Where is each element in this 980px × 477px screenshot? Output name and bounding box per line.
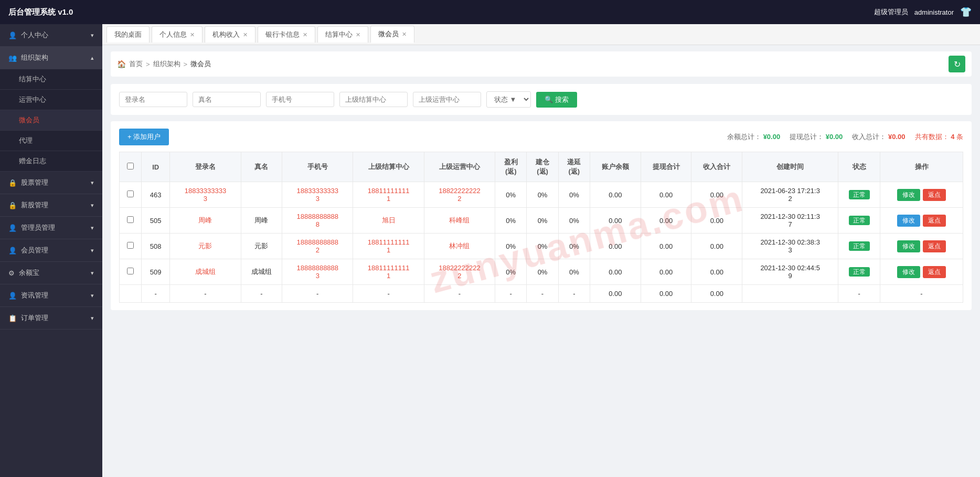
chevron-down-icon6: ▾ bbox=[91, 270, 94, 277]
td-upper-ops: 188222222222 bbox=[424, 259, 495, 285]
tab-bank-card[interactable]: 银行卡信息 ✕ bbox=[258, 26, 315, 43]
return-button[interactable]: 返点 bbox=[923, 215, 946, 227]
sidebar-item-stock-mgmt[interactable]: 🔒 股票管理 ▾ bbox=[0, 172, 102, 194]
tab-micro-member-close[interactable]: ✕ bbox=[402, 31, 407, 38]
status-select[interactable]: 状态 ▼ 正常 禁用 bbox=[486, 91, 531, 108]
sidebar-label-news-mgmt: 资讯管理 bbox=[21, 291, 48, 300]
tab-org-income-close[interactable]: ✕ bbox=[243, 31, 248, 38]
td-status: 正常 bbox=[838, 259, 880, 285]
tab-org-income-label: 机构收入 bbox=[212, 30, 240, 39]
tab-bank-card-close[interactable]: ✕ bbox=[303, 31, 307, 38]
td-upper-settlement: 188111111111 bbox=[353, 182, 424, 208]
breadcrumb-home[interactable]: 首页 bbox=[129, 59, 143, 69]
td-real-name bbox=[241, 182, 282, 208]
admin-name[interactable]: administrator bbox=[914, 8, 954, 16]
sidebar-item-order-mgmt[interactable]: 📋 订单管理 ▾ bbox=[0, 307, 102, 330]
sidebar-item-org-structure[interactable]: 👥 组织架构 ▴ bbox=[0, 47, 102, 69]
row-checkbox[interactable] bbox=[127, 268, 134, 274]
td-checkbox bbox=[120, 234, 142, 259]
phone-input[interactable] bbox=[266, 92, 334, 107]
sidebar-item-bonus-log[interactable]: 赠金日志 bbox=[0, 151, 102, 172]
td-actions: 修改 返点 bbox=[880, 182, 963, 208]
tab-personal-close[interactable]: ✕ bbox=[190, 31, 195, 38]
tab-personal[interactable]: 个人信息 ✕ bbox=[152, 26, 203, 43]
real-name-input[interactable] bbox=[193, 92, 261, 107]
return-button[interactable]: 返点 bbox=[923, 240, 946, 252]
breadcrumb-current: 微会员 bbox=[190, 59, 211, 69]
upper-settlement-input[interactable] bbox=[339, 92, 408, 107]
edit-button[interactable]: 修改 bbox=[897, 266, 920, 278]
td-phone: - bbox=[282, 285, 353, 303]
org-submenu: 结算中心 运营中心 微会员 代理 赠金日志 bbox=[0, 69, 102, 172]
td-withdraw: 0.00 bbox=[641, 285, 691, 303]
td-actions: 修改 返点 bbox=[880, 234, 963, 259]
shirt-icon[interactable]: 👕 bbox=[960, 6, 972, 18]
return-button[interactable]: 返点 bbox=[923, 266, 946, 278]
edit-button[interactable]: 修改 bbox=[897, 189, 920, 201]
add-user-button[interactable]: + 添加用户 bbox=[119, 129, 169, 145]
td-build-return: - bbox=[527, 285, 558, 303]
td-id: 508 bbox=[142, 234, 170, 259]
edit-button[interactable]: 修改 bbox=[897, 240, 920, 252]
td-login-name: 成城组 bbox=[170, 259, 241, 285]
td-real-name: - bbox=[241, 285, 282, 303]
refresh-button[interactable]: ↻ bbox=[949, 56, 965, 72]
sidebar-item-ops-center[interactable]: 运营中心 bbox=[0, 90, 102, 110]
sidebar-item-member-mgmt[interactable]: 👤 会员管理 ▾ bbox=[0, 239, 102, 262]
tab-bar: 我的桌面 个人信息 ✕ 机构收入 ✕ 银行卡信息 ✕ 结算中心 ✕ 微会员 ✕ bbox=[102, 24, 980, 45]
breadcrumb-org[interactable]: 组织架构 bbox=[153, 59, 180, 69]
tab-settlement[interactable]: 结算中心 ✕ bbox=[317, 26, 368, 43]
order-icon: 📋 bbox=[8, 314, 17, 322]
status-badge: 正常 bbox=[849, 216, 870, 225]
td-upper-ops: 林冲组 bbox=[424, 234, 495, 259]
search-button[interactable]: 🔍 搜索 bbox=[536, 92, 577, 108]
table-row: 509 成城组 成城组 188888888883 188111111111 18… bbox=[120, 259, 963, 285]
td-profit-return: 0% bbox=[495, 234, 527, 259]
th-defer-return: 递延(返) bbox=[558, 152, 590, 182]
td-balance: 0.00 bbox=[590, 182, 641, 208]
td-profit-return: 0% bbox=[495, 259, 527, 285]
select-all-checkbox[interactable] bbox=[127, 163, 134, 169]
td-id: 463 bbox=[142, 182, 170, 208]
edit-button[interactable]: 修改 bbox=[897, 215, 920, 227]
td-status: 正常 bbox=[838, 208, 880, 234]
td-created-time: 2021-12-30 02:38:33 bbox=[742, 234, 838, 259]
sidebar-item-personal-center[interactable]: 👤 个人中心 ▾ bbox=[0, 24, 102, 47]
th-id: ID bbox=[142, 152, 170, 182]
sidebar-item-micro-member[interactable]: 微会员 bbox=[0, 110, 102, 131]
td-actions: - bbox=[880, 285, 963, 303]
upper-ops-input[interactable] bbox=[413, 92, 481, 107]
admin-label: 超级管理员 bbox=[874, 7, 908, 17]
td-income: 0.00 bbox=[691, 234, 742, 259]
td-status: 正常 bbox=[838, 234, 880, 259]
total-count: 共有数据： 4 条 bbox=[915, 132, 963, 142]
return-button[interactable]: 返点 bbox=[923, 189, 946, 201]
sidebar-item-new-stock-mgmt[interactable]: 🔒 新股管理 ▾ bbox=[0, 194, 102, 217]
sidebar-label-order-mgmt: 订单管理 bbox=[21, 313, 48, 323]
tab-org-income[interactable]: 机构收入 ✕ bbox=[205, 26, 255, 43]
sidebar-item-admin-mgmt[interactable]: 👤 管理员管理 ▾ bbox=[0, 217, 102, 239]
row-checkbox[interactable] bbox=[127, 190, 134, 197]
tab-micro-member-label: 微会员 bbox=[378, 29, 399, 39]
td-defer-return: 0% bbox=[558, 234, 590, 259]
sidebar-item-agent[interactable]: 代理 bbox=[0, 131, 102, 151]
tab-micro-member[interactable]: 微会员 ✕ bbox=[370, 26, 414, 43]
tab-settlement-close[interactable]: ✕ bbox=[356, 31, 360, 38]
row-checkbox[interactable] bbox=[127, 242, 134, 249]
login-name-input[interactable] bbox=[119, 92, 187, 107]
td-balance: 0.00 bbox=[590, 208, 641, 234]
chevron-down-icon4: ▾ bbox=[91, 225, 94, 231]
td-login-name: 元影 bbox=[170, 234, 241, 259]
status-badge: 正常 bbox=[849, 267, 870, 277]
search-icon: 🔍 bbox=[545, 96, 553, 103]
sidebar-item-settlement-center[interactable]: 结算中心 bbox=[0, 69, 102, 90]
td-checkbox bbox=[120, 182, 142, 208]
sidebar-item-news-mgmt[interactable]: 👤 资讯管理 ▾ bbox=[0, 284, 102, 307]
row-checkbox[interactable] bbox=[127, 216, 134, 223]
balance-total: 余额总计： ¥0.00 bbox=[727, 132, 780, 142]
member-icon: 👤 bbox=[8, 247, 17, 255]
td-upper-ops: 科峰组 bbox=[424, 208, 495, 234]
sidebar-item-balance-bao[interactable]: ⚙ 余额宝 ▾ bbox=[0, 262, 102, 284]
tab-desktop[interactable]: 我的桌面 bbox=[106, 26, 150, 43]
chevron-down-icon7: ▾ bbox=[91, 292, 94, 299]
